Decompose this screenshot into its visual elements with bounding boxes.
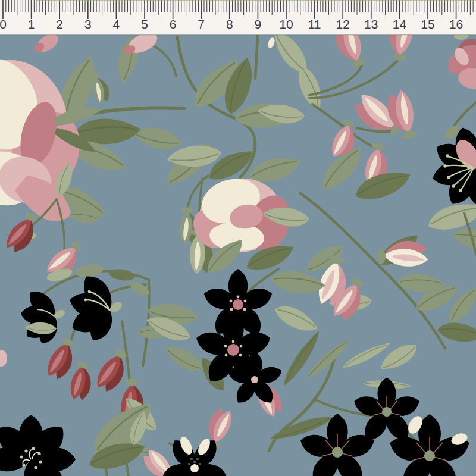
- ruler-number-2: 2: [56, 17, 63, 31]
- fabric-swatch-photo: 012345678910111213141516: [0, 0, 476, 476]
- ruler: 012345678910111213141516: [0, 0, 476, 35]
- fabric-selvage-edge: [36, 0, 476, 1]
- ruler-number-5: 5: [141, 17, 148, 31]
- ruler-number-6: 6: [170, 17, 177, 31]
- fabric-pattern: [0, 0, 476, 476]
- ruler-number-12: 12: [336, 17, 350, 31]
- ruler-number-13: 13: [364, 17, 378, 31]
- ruler-number-15: 15: [421, 17, 434, 31]
- ruler-number-7: 7: [198, 17, 205, 31]
- ruler-number-9: 9: [255, 17, 262, 31]
- ruler-number-3: 3: [84, 17, 92, 31]
- ruler-number-1: 1: [28, 17, 35, 31]
- ruler-number-0: 0: [0, 17, 7, 31]
- ruler-number-10: 10: [279, 17, 293, 31]
- ruler-scale: 012345678910111213141516: [0, 0, 476, 34]
- ruler-number-4: 4: [113, 17, 120, 31]
- ruler-number-8: 8: [226, 17, 233, 31]
- ruler-number-11: 11: [308, 17, 321, 31]
- ruler-number-16: 16: [449, 17, 463, 31]
- ruler-number-14: 14: [393, 17, 407, 31]
